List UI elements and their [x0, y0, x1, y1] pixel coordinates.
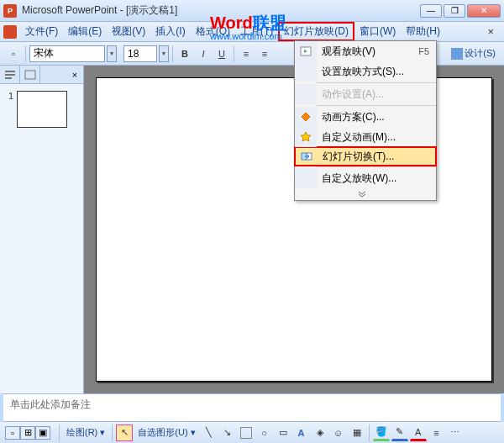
normal-view-button[interactable]: ▫: [5, 426, 20, 440]
menu-help[interactable]: 帮助(H): [401, 23, 445, 40]
menu-tools[interactable]: 工具(T): [235, 23, 278, 40]
transition-icon: [296, 148, 318, 165]
design-icon: [451, 48, 463, 60]
menu-setup-show[interactable]: 设置放映方式(S)...: [295, 61, 436, 82]
menu-separator: [317, 82, 436, 83]
italic-button[interactable]: I: [195, 45, 212, 62]
underline-button[interactable]: U: [213, 45, 230, 62]
new-button[interactable]: ▫: [5, 45, 22, 62]
design-button[interactable]: 设计(S): [448, 47, 499, 60]
separator: [234, 45, 234, 62]
design-label: 设计(S): [465, 47, 496, 60]
line-button[interactable]: ╲: [201, 425, 218, 441]
separator: [172, 45, 173, 62]
custom-anim-icon: [295, 127, 317, 147]
notes-pane[interactable]: 单击此处添加备注: [3, 393, 501, 422]
menu-window[interactable]: 窗口(W): [354, 23, 401, 40]
svg-rect-0: [5, 71, 15, 72]
menu-separator: [317, 166, 436, 167]
menu-custom-animation[interactable]: 自定义动画(M)...: [295, 127, 436, 147]
doc-close-button[interactable]: ×: [480, 25, 501, 38]
menu-format[interactable]: 格式(O): [191, 23, 235, 40]
menu-slideshow[interactable]: 幻灯片放映(D): [278, 22, 354, 41]
outline-tab-slides[interactable]: [20, 66, 40, 83]
wordart-button[interactable]: A: [293, 425, 310, 441]
font-size-select[interactable]: 18: [123, 45, 157, 62]
menu-view[interactable]: 视图(V): [107, 23, 150, 40]
menu-custom-show[interactable]: 自定义放映(W)...: [295, 168, 436, 188]
picture-button[interactable]: ▦: [349, 425, 365, 441]
window-buttons: — ❐ ✕: [420, 4, 501, 18]
autoshape-menu[interactable]: 自选图形(U) ▾: [134, 426, 198, 439]
dash-style-button[interactable]: ⋯: [447, 425, 464, 441]
separator: [59, 425, 60, 441]
svg-rect-3: [25, 71, 35, 79]
font-size-value: 18: [128, 48, 139, 60]
app-menu-icon[interactable]: [3, 25, 17, 39]
font-size-dropdown[interactable]: ▾: [159, 45, 169, 62]
font-name-dropdown[interactable]: ▾: [107, 45, 117, 62]
minimize-button[interactable]: —: [420, 4, 442, 18]
title-bar: P Microsoft PowerPoint - [演示文稿1] — ❐ ✕: [0, 0, 504, 22]
align-left-button[interactable]: ≡: [238, 45, 255, 62]
menu-slide-transition[interactable]: 幻灯片切换(T)...: [294, 146, 437, 166]
diagram-button[interactable]: ◈: [312, 425, 328, 441]
draw-menu[interactable]: 绘图(R) ▾: [63, 426, 108, 439]
slide-number: 1: [8, 91, 13, 101]
menu-bar: 文件(F) 编辑(E) 视图(V) 插入(I) 格式(O) 工具(T) 幻灯片放…: [0, 22, 504, 42]
menu-file[interactable]: 文件(F): [20, 23, 63, 40]
close-button[interactable]: ✕: [467, 4, 501, 18]
outline-tabs: ×: [0, 66, 83, 84]
separator: [369, 425, 370, 441]
arrow-button[interactable]: ↘: [219, 425, 236, 441]
oval-button[interactable]: ○: [256, 425, 273, 441]
align-center-button[interactable]: ≡: [256, 45, 273, 62]
menu-expand[interactable]: [295, 188, 436, 200]
sorter-view-button[interactable]: ⊞: [20, 426, 35, 440]
play-icon: [295, 41, 317, 61]
font-name-select[interactable]: 宋体: [29, 45, 105, 62]
font-name-value: 宋体: [34, 46, 54, 61]
line-color-button[interactable]: ✎: [391, 425, 408, 441]
svg-rect-2: [5, 77, 12, 79]
menu-edit[interactable]: 编辑(E): [63, 23, 107, 40]
menu-animation-scheme[interactable]: 动画方案(C)...: [295, 107, 436, 127]
slide-mini-preview: [17, 91, 67, 128]
separator: [25, 45, 26, 62]
menu-view-show[interactable]: 观看放映(V) F5: [295, 41, 436, 61]
slideshow-view-button[interactable]: ▣: [35, 426, 50, 440]
window-title: Microsoft PowerPoint - [演示文稿1]: [22, 3, 420, 18]
pointer-button[interactable]: ↖: [116, 425, 133, 441]
rect-button[interactable]: [238, 425, 255, 441]
svg-rect-1: [5, 74, 15, 76]
outline-tab-text[interactable]: [0, 66, 20, 83]
slideshow-dropdown: 观看放映(V) F5 设置放映方式(S)... 动作设置(A)... 动画方案(…: [294, 40, 437, 201]
fill-color-button[interactable]: 🪣: [373, 425, 390, 441]
maximize-button[interactable]: ❐: [444, 4, 465, 18]
outline-panel: × 1: [0, 66, 84, 393]
menu-separator: [317, 105, 436, 106]
drawing-toolbar: ▫ ⊞ ▣ 绘图(R) ▾ ↖ 自选图形(U) ▾ ╲ ↘ ○ ▭ A ◈ ☺ …: [0, 422, 504, 443]
bold-button[interactable]: B: [176, 45, 193, 62]
textbox-button[interactable]: ▭: [275, 425, 291, 441]
slide-thumbnail[interactable]: 1: [8, 91, 75, 128]
font-color-button[interactable]: A: [410, 425, 427, 441]
separator: [112, 425, 113, 441]
scheme-icon: [295, 107, 317, 127]
menu-action-settings: 动作设置(A)...: [295, 84, 436, 104]
app-icon: P: [3, 4, 17, 18]
chevron-down-icon: [358, 191, 366, 198]
line-style-button[interactable]: ≡: [428, 425, 445, 441]
view-buttons: ▫ ⊞ ▣: [5, 426, 50, 440]
clipart-button[interactable]: ☺: [330, 425, 347, 441]
outline-close[interactable]: ×: [66, 66, 83, 83]
menu-insert[interactable]: 插入(I): [150, 23, 190, 40]
